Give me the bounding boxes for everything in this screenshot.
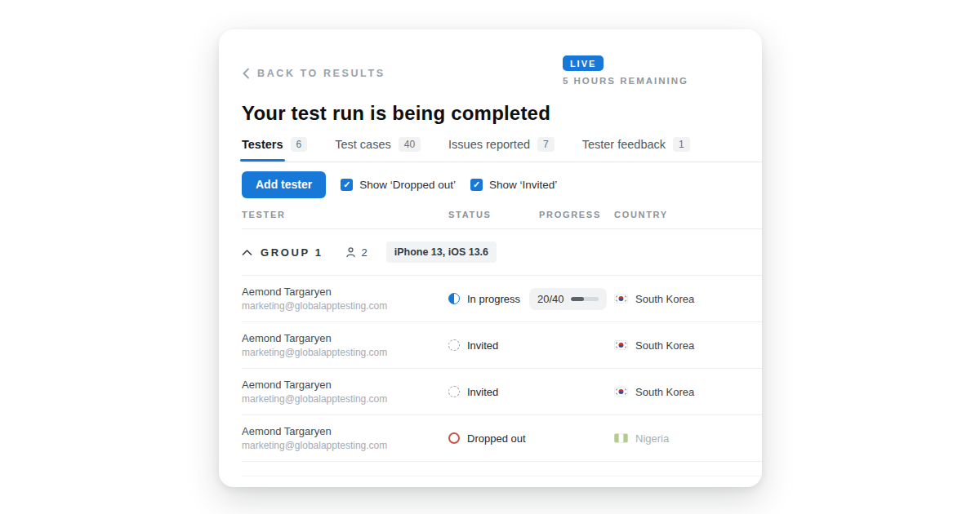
status-label: Invited: [467, 339, 498, 352]
country-label: Nigeria: [635, 432, 669, 445]
back-to-results-link[interactable]: BACK TO RESULTS: [242, 60, 385, 86]
tester-name: Aemond Targaryen: [242, 379, 448, 391]
tester-name: Aemond Targaryen: [242, 332, 448, 344]
chevron-up-icon[interactable]: [242, 249, 252, 256]
tab-testers[interactable]: Testers 6: [242, 137, 307, 162]
test-run-card: BACK TO RESULTS LIVE 5 HOURS REMAINING Y…: [219, 29, 762, 487]
live-status-block: LIVE 5 HOURS REMAINING: [563, 55, 688, 86]
south-korea-flag-icon: [614, 387, 628, 397]
column-header-status: STATUS: [448, 210, 529, 219]
south-korea-flag-icon: [614, 294, 628, 304]
column-header-progress: PROGRESS: [529, 210, 614, 219]
group-row: GROUP 1 2 iPhone 13, iOS 13.6: [242, 229, 762, 276]
status-label: Dropped out: [467, 432, 526, 445]
tester-email: marketing@globalapptesting.com: [242, 347, 448, 358]
column-header-tester: TESTER: [242, 210, 448, 219]
table-row: Aemond Targaryen marketing@globalapptest…: [242, 415, 762, 462]
tab-bar: Testers 6 Test cases 40 Issues reported …: [242, 137, 762, 162]
chevron-left-icon: [242, 68, 250, 79]
add-tester-button[interactable]: Add tester: [242, 171, 326, 198]
progress-bar: [571, 297, 599, 301]
tab-count-badge: 7: [537, 137, 555, 152]
tab-label: Testers: [242, 138, 283, 151]
progress-count: 20/40: [537, 293, 564, 305]
country-label: South Korea: [635, 293, 694, 305]
time-remaining: 5 HOURS REMAINING: [563, 76, 688, 86]
checkbox-label: Show ‘Invited’: [489, 179, 557, 191]
tab-issues-reported[interactable]: Issues reported 7: [448, 137, 555, 162]
tab-count-badge: 6: [291, 137, 308, 152]
back-link-label: BACK TO RESULTS: [257, 68, 385, 79]
page-title: Your test run is being completed: [242, 102, 762, 125]
country-label: South Korea: [635, 339, 694, 352]
progress-pill: 20/40: [529, 288, 607, 310]
filter-show-dropped-out[interactable]: Show ‘Dropped out’: [341, 179, 456, 191]
checkbox-checked-icon[interactable]: [341, 179, 353, 191]
person-icon: [345, 246, 357, 259]
filter-show-invited[interactable]: Show ‘Invited’: [470, 179, 557, 191]
device-badge: iPhone 13, iOS 13.6: [386, 241, 497, 263]
column-header-country: COUNTRY: [614, 210, 762, 219]
topbar: BACK TO RESULTS LIVE 5 HOURS REMAINING: [242, 29, 762, 86]
table-row: Aemond Targaryen marketing@globalapptest…: [242, 369, 762, 415]
live-badge: LIVE: [563, 55, 604, 71]
group-label: GROUP 1: [261, 246, 323, 259]
group-members: 2: [345, 246, 367, 259]
table-controls: Add tester Show ‘Dropped out’ Show ‘Invi…: [242, 171, 762, 198]
group-member-count: 2: [361, 246, 367, 259]
table-row: Aemond Targaryen marketing@globalapptest…: [242, 322, 762, 369]
tester-email: marketing@globalapptesting.com: [242, 393, 448, 405]
tab-tester-feedback[interactable]: Tester feedback 1: [582, 137, 690, 162]
tab-label: Test cases: [335, 138, 391, 151]
in-progress-icon: [448, 293, 460, 304]
dropped-out-icon: [448, 432, 460, 444]
tab-count-badge: 40: [399, 137, 421, 152]
table-header-row: TESTER STATUS PROGRESS COUNTRY: [242, 205, 762, 229]
tab-test-cases[interactable]: Test cases 40: [335, 137, 421, 162]
tab-label: Tester feedback: [582, 138, 666, 151]
country-label: South Korea: [635, 386, 694, 398]
checkbox-checked-icon[interactable]: [470, 179, 483, 191]
status-label: In progress: [467, 293, 520, 305]
clipped-next-row: [242, 462, 762, 476]
tab-label: Issues reported: [448, 138, 530, 151]
status-label: Invited: [467, 386, 498, 398]
checkbox-label: Show ‘Dropped out’: [359, 179, 456, 191]
nigeria-flag-icon: [614, 433, 628, 443]
tester-email: marketing@globalapptesting.com: [242, 440, 448, 451]
tester-name: Aemond Targaryen: [242, 425, 448, 437]
invited-icon: [448, 339, 460, 351]
invited-icon: [448, 386, 460, 397]
south-korea-flag-icon: [614, 340, 628, 350]
tester-name: Aemond Targaryen: [242, 286, 448, 298]
tester-email: marketing@globalapptesting.com: [242, 300, 448, 312]
table-row: Aemond Targaryen marketing@globalapptest…: [242, 276, 762, 322]
tab-count-badge: 1: [673, 137, 690, 152]
